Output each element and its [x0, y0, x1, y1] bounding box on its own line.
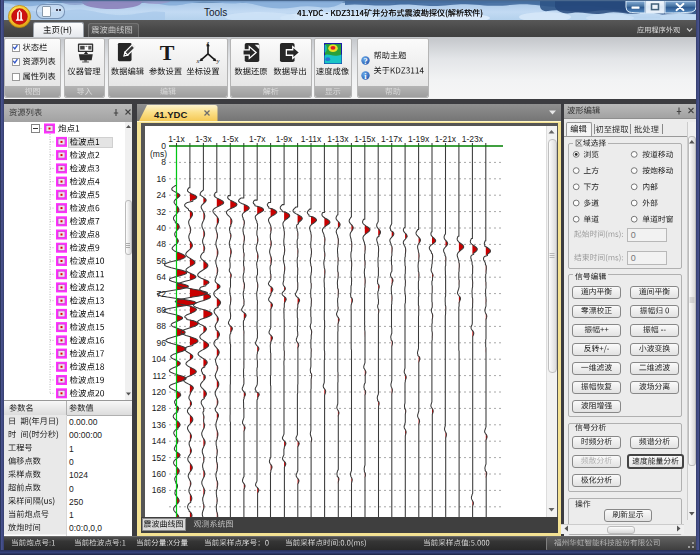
svg-text:104: 104: [152, 354, 166, 364]
svg-text:80: 80: [157, 305, 167, 315]
svg-text:1-9x: 1-9x: [276, 134, 293, 144]
svg-text:1-7x: 1-7x: [249, 134, 266, 144]
svg-text:8: 8: [161, 157, 166, 167]
svg-text:32: 32: [157, 207, 167, 217]
svg-text:96: 96: [157, 338, 167, 348]
svg-text:1-15x: 1-15x: [354, 134, 376, 144]
svg-text:120: 120: [152, 387, 166, 397]
svg-text:1-13x: 1-13x: [327, 134, 349, 144]
svg-text:144: 144: [152, 436, 166, 446]
svg-text:1-1x: 1-1x: [168, 134, 185, 144]
svg-text:72: 72: [157, 289, 167, 299]
svg-text:1-19x: 1-19x: [408, 134, 430, 144]
svg-text:168: 168: [152, 485, 166, 495]
svg-text:48: 48: [157, 239, 167, 249]
svg-text:112: 112: [152, 371, 166, 381]
svg-text:1-5x: 1-5x: [222, 134, 239, 144]
svg-text:40: 40: [157, 223, 167, 233]
svg-text:1-11x: 1-11x: [301, 134, 322, 144]
svg-text:1-23x: 1-23x: [462, 134, 484, 144]
svg-text:1-21x: 1-21x: [435, 134, 457, 144]
svg-text:56: 56: [157, 256, 167, 266]
svg-text:88: 88: [157, 321, 167, 331]
svg-text:136: 136: [152, 420, 166, 430]
svg-text:1-3x: 1-3x: [195, 134, 212, 144]
svg-text:64: 64: [157, 272, 167, 282]
svg-text:152: 152: [152, 453, 166, 463]
svg-text:160: 160: [152, 469, 166, 479]
svg-text:16: 16: [157, 174, 167, 184]
svg-text:24: 24: [157, 190, 167, 200]
svg-text:1-17x: 1-17x: [381, 134, 403, 144]
svg-text:128: 128: [152, 403, 166, 413]
